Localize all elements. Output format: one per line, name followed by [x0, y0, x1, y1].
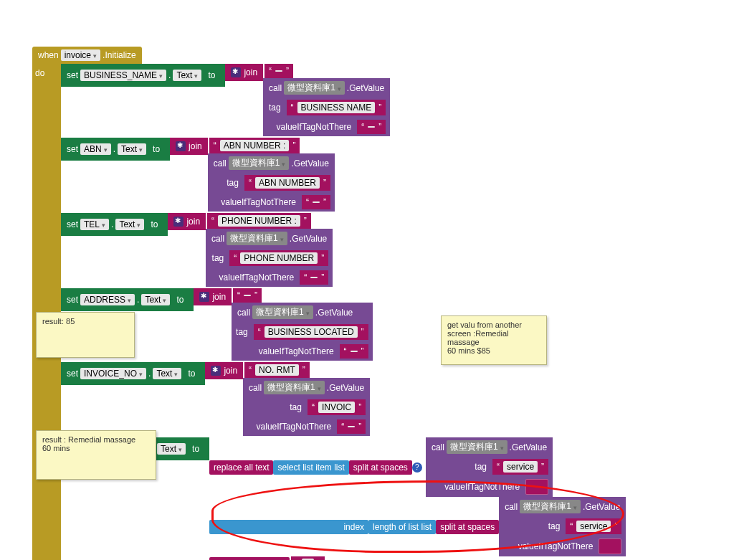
- join-block[interactable]: join: [194, 288, 232, 305]
- set-row[interactable]: set ABN . Text to join ABN NUMBER :: [61, 138, 728, 212]
- component-dropdown[interactable]: ABN: [80, 143, 111, 155]
- property-dropdown[interactable]: Text: [157, 443, 186, 455]
- segment-literal[interactable]: $: [291, 556, 325, 560]
- when-keyword: when: [38, 50, 59, 60]
- component-dropdown[interactable]: TEL: [80, 219, 109, 230]
- tag-literal[interactable]: BUSINESS LOCATED: [254, 324, 368, 340]
- property-dropdown[interactable]: Text: [141, 294, 170, 305]
- string-literal[interactable]: PHONE NUMBER :: [207, 213, 311, 229]
- select-list-item-block[interactable]: select list item list: [273, 460, 348, 475]
- join-block[interactable]: join: [205, 362, 243, 379]
- component-dropdown[interactable]: INVOICE_NO: [80, 368, 146, 379]
- join-block[interactable]: join: [225, 64, 263, 81]
- tag-literal[interactable]: INVOIC: [308, 399, 366, 415]
- note-text: 60 mins $85: [447, 346, 490, 355]
- call-getvalue-block[interactable]: call 微型資料庫1 .GetValue tag INVOIC: [243, 378, 370, 436]
- default-literal[interactable]: [300, 270, 328, 285]
- set-unit-price-row[interactable]: ? set Unit_price1 . Text to: [61, 437, 728, 560]
- comment-note-3[interactable]: get valu from another screen :Remedial m…: [441, 315, 547, 365]
- string-literal[interactable]: NO. RMT: [244, 362, 310, 378]
- db-dropdown[interactable]: 微型資料庫1: [447, 440, 507, 454]
- call-getvalue-block[interactable]: call 微型資料庫1 .GetValue tag PHONE NUMBER: [206, 229, 333, 287]
- call-getvalue-block[interactable]: call 微型資料庫1 .GetValue tag ABN NUMBER: [208, 153, 335, 212]
- comment-note-2[interactable]: result : Remedial massage 60 mins: [36, 430, 156, 480]
- default-literal[interactable]: [302, 195, 330, 209]
- screen-dropdown[interactable]: invoice: [61, 49, 100, 61]
- when-header[interactable]: when invoice .Initialize: [32, 47, 142, 64]
- note-text: screen :Remedial massage: [447, 329, 509, 346]
- gear-icon[interactable]: [231, 67, 241, 77]
- call-getvalue-block[interactable]: call 微型資料庫1 .GetValue tag BUSINESS NAME: [263, 78, 390, 136]
- empty-slot[interactable]: [525, 479, 548, 495]
- join-block[interactable]: join: [168, 213, 206, 230]
- string-literal[interactable]: [264, 64, 293, 78]
- note-text: result : Remedial massage: [42, 435, 135, 444]
- db-dropdown[interactable]: 微型資料庫1: [264, 381, 325, 394]
- replace-all-text-block[interactable]: replace all text: [209, 460, 273, 475]
- default-literal[interactable]: [340, 344, 368, 359]
- property-dropdown[interactable]: Text: [118, 143, 146, 155]
- db-dropdown[interactable]: 微型資料庫1: [229, 156, 290, 170]
- db-dropdown[interactable]: 微型資料庫1: [252, 305, 313, 319]
- component-dropdown[interactable]: ADDRESS: [80, 294, 135, 305]
- blockly-workspace[interactable]: result: 85 result : Remedial massage 60 …: [14, 14, 734, 560]
- set-row[interactable]: set BUSINESS_NAME . Text to join: [61, 64, 728, 136]
- default-literal[interactable]: [357, 120, 386, 134]
- string-literal[interactable]: ABN NUMBER :: [209, 138, 300, 153]
- event-label: .Initialize: [103, 50, 136, 60]
- set-row[interactable]: set ADDRESS . Text to join: [61, 288, 728, 361]
- when-initialize-block[interactable]: when invoice .Initialize do set BUSINESS…: [32, 47, 728, 560]
- help-icon[interactable]: ?: [412, 462, 422, 473]
- tag-literal[interactable]: BUSINESS NAME: [287, 100, 386, 115]
- property-dropdown[interactable]: Text: [115, 219, 144, 230]
- split-at-spaces-block[interactable]: split at spaces: [349, 460, 412, 475]
- tag-literal[interactable]: PHONE NUMBER: [229, 250, 328, 266]
- select-index-label: index: [209, 520, 368, 534]
- string-literal[interactable]: [233, 288, 262, 303]
- component-dropdown[interactable]: BUSINESS_NAME: [80, 70, 166, 81]
- gear-icon[interactable]: [199, 292, 209, 302]
- set-row[interactable]: set INVOICE_NO . Text to join NO. RMT: [61, 362, 728, 436]
- gear-icon[interactable]: [173, 217, 184, 227]
- set-row[interactable]: set TEL . Text to join PHONE NUMBER :: [61, 213, 728, 287]
- tag-literal[interactable]: ABN NUMBER: [244, 175, 330, 191]
- comment-note-1[interactable]: result: 85: [36, 312, 135, 358]
- tag-literal[interactable]: service: [566, 518, 621, 534]
- property-dropdown[interactable]: Text: [173, 70, 201, 81]
- tag-literal[interactable]: service: [492, 459, 548, 475]
- property-dropdown[interactable]: Text: [153, 368, 181, 379]
- db-dropdown[interactable]: 微型資料庫1: [520, 500, 581, 513]
- note-text: 60 mins: [42, 444, 70, 452]
- segment-label: segment: [209, 557, 290, 560]
- call-getvalue-block[interactable]: call 微型資料庫1 .GetValue tag BUSINESS LOCAT…: [232, 303, 373, 361]
- length-of-list-block[interactable]: length of list list: [368, 520, 436, 534]
- call-getvalue-block[interactable]: call 微型資料庫1 .GetValue tag service: [426, 437, 553, 497]
- empty-slot[interactable]: [599, 538, 621, 554]
- db-dropdown[interactable]: 微型資料庫1: [284, 81, 345, 95]
- join-block[interactable]: join: [170, 138, 208, 155]
- db-dropdown[interactable]: 微型資料庫1: [227, 232, 287, 245]
- split-at-spaces-block[interactable]: split at spaces: [436, 520, 499, 534]
- note-text: get valu from another: [447, 321, 522, 329]
- call-getvalue-block[interactable]: call 微型資料庫1 .GetValue tag service: [499, 497, 626, 556]
- gear-icon[interactable]: [176, 141, 186, 151]
- gear-icon[interactable]: [211, 366, 221, 376]
- note-text: result: 85: [42, 317, 75, 326]
- default-literal[interactable]: [337, 419, 366, 434]
